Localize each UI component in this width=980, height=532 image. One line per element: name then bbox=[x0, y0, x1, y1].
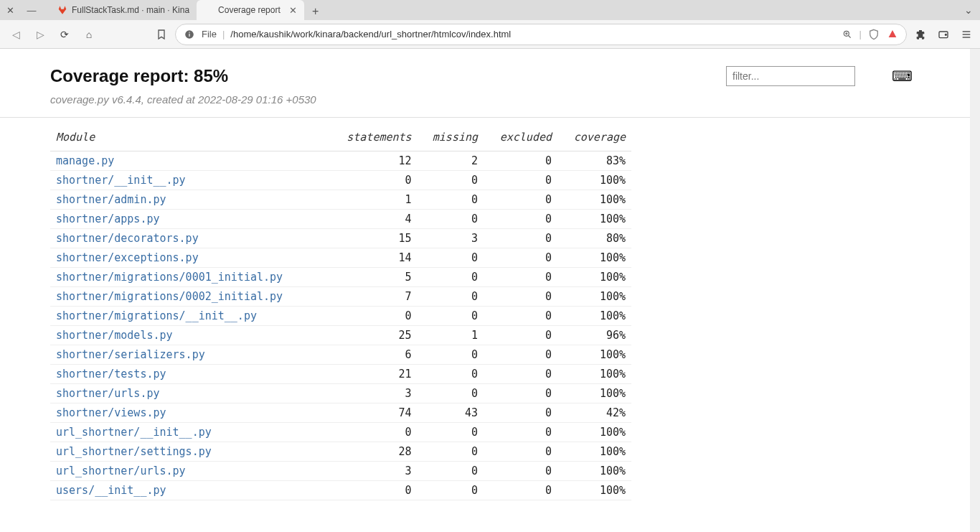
zoom-icon[interactable] bbox=[841, 28, 854, 41]
module-link[interactable]: shortner/tests.py bbox=[50, 365, 329, 384]
cell-excluded: 0 bbox=[484, 287, 557, 307]
cell-coverage: 100% bbox=[557, 307, 631, 326]
module-link[interactable]: url_shortner/urls.py bbox=[50, 462, 329, 481]
cell-missing: 0 bbox=[418, 248, 484, 268]
module-link[interactable]: url_shortner/settings.py bbox=[50, 442, 329, 462]
tab-list-chevron-icon[interactable]: ⌄ bbox=[964, 4, 973, 16]
cell-missing: 0 bbox=[418, 423, 484, 442]
table-row: users/__init__.py000100% bbox=[50, 481, 631, 500]
col-missing[interactable]: missing bbox=[418, 126, 484, 151]
svg-rect-10 bbox=[963, 34, 971, 34]
keyboard-shortcuts-icon[interactable]: ⌨ bbox=[892, 67, 913, 85]
cell-excluded: 0 bbox=[484, 365, 557, 384]
module-link[interactable]: shortner/migrations/0001_initial.py bbox=[50, 268, 329, 287]
col-coverage[interactable]: coverage bbox=[557, 126, 631, 151]
tab-close-icon[interactable]: ✕ bbox=[289, 5, 297, 16]
table-row: manage.py122083% bbox=[50, 151, 631, 171]
table-row: shortner/migrations/0001_initial.py50010… bbox=[50, 268, 631, 287]
cell-coverage: 100% bbox=[557, 462, 631, 481]
url-scheme-label: File bbox=[202, 29, 217, 39]
brave-rewards-icon[interactable] bbox=[886, 28, 899, 41]
cell-missing: 43 bbox=[418, 403, 484, 423]
cell-coverage: 42% bbox=[557, 403, 631, 423]
bookmark-icon[interactable] bbox=[155, 28, 168, 41]
cell-statements: 7 bbox=[329, 287, 418, 307]
url-separator: | bbox=[222, 29, 225, 39]
cell-missing: 0 bbox=[418, 210, 484, 229]
module-link[interactable]: shortner/migrations/0002_initial.py bbox=[50, 287, 329, 307]
cell-missing: 0 bbox=[418, 287, 484, 307]
reload-button[interactable]: ⟳ bbox=[56, 26, 73, 43]
cell-missing: 0 bbox=[418, 307, 484, 326]
cell-excluded: 0 bbox=[484, 151, 557, 171]
table-row: url_shortner/urls.py300100% bbox=[50, 462, 631, 481]
module-link[interactable]: shortner/migrations/__init__.py bbox=[50, 307, 329, 326]
wallet-icon[interactable] bbox=[937, 28, 950, 41]
cell-excluded: 0 bbox=[484, 268, 557, 287]
cell-missing: 3 bbox=[418, 229, 484, 248]
toolbar-right-icons bbox=[914, 28, 973, 41]
cell-excluded: 0 bbox=[484, 403, 557, 423]
tab-strip: FullStackTask.md · main · KinaCoverage r… bbox=[50, 0, 324, 20]
cell-missing: 0 bbox=[418, 481, 484, 500]
col-module[interactable]: Module bbox=[50, 126, 329, 151]
cell-missing: 0 bbox=[418, 384, 484, 403]
cell-coverage: 100% bbox=[557, 210, 631, 229]
window-close-button[interactable]: ✕ bbox=[4, 4, 16, 16]
cell-excluded: 0 bbox=[484, 384, 557, 403]
module-link[interactable]: users/__init__.py bbox=[50, 481, 329, 500]
cell-coverage: 100% bbox=[557, 384, 631, 403]
page-subtitle: coverage.py v6.4.4, created at 2022-08-2… bbox=[50, 93, 920, 106]
module-link[interactable]: shortner/admin.py bbox=[50, 190, 329, 210]
address-bar[interactable]: File | /home/kaushik/work/kinara/backend… bbox=[175, 24, 907, 45]
cell-excluded: 0 bbox=[484, 210, 557, 229]
module-link[interactable]: shortner/models.py bbox=[50, 326, 329, 345]
col-statements[interactable]: statements bbox=[329, 126, 418, 151]
module-link[interactable]: shortner/decorators.py bbox=[50, 229, 329, 248]
module-link[interactable]: shortner/apps.py bbox=[50, 210, 329, 229]
filter-input[interactable] bbox=[726, 66, 855, 86]
cell-coverage: 96% bbox=[557, 326, 631, 345]
brave-shields-icon[interactable] bbox=[867, 28, 880, 41]
cell-excluded: 0 bbox=[484, 190, 557, 210]
browser-tab[interactable]: Coverage report✕ bbox=[197, 0, 304, 20]
nav-back-button[interactable]: ◁ bbox=[7, 26, 24, 43]
table-row: shortner/exceptions.py1400100% bbox=[50, 248, 631, 268]
home-button[interactable]: ⌂ bbox=[80, 26, 98, 43]
cell-excluded: 0 bbox=[484, 423, 557, 442]
module-link[interactable]: shortner/exceptions.py bbox=[50, 248, 329, 268]
module-link[interactable]: shortner/views.py bbox=[50, 403, 329, 423]
new-tab-button[interactable]: + bbox=[307, 3, 324, 20]
cell-missing: 0 bbox=[418, 365, 484, 384]
coverage-table: Module statements missing excluded cover… bbox=[50, 126, 631, 500]
cell-excluded: 0 bbox=[484, 462, 557, 481]
app-menu-icon[interactable] bbox=[960, 28, 973, 41]
cell-missing: 0 bbox=[418, 345, 484, 365]
cell-statements: 5 bbox=[329, 268, 418, 287]
cell-missing: 2 bbox=[418, 151, 484, 171]
report-header: Coverage report: 85% coverage.py v6.4.4,… bbox=[0, 49, 970, 118]
window-minimize-button[interactable]: — bbox=[26, 4, 37, 16]
site-info-icon[interactable] bbox=[183, 28, 196, 41]
module-link[interactable]: url_shortner/__init__.py bbox=[50, 423, 329, 442]
nav-forward-button[interactable]: ▷ bbox=[32, 26, 49, 43]
table-row: shortner/apps.py400100% bbox=[50, 210, 631, 229]
cell-missing: 0 bbox=[418, 171, 484, 190]
browser-tab[interactable]: FullStackTask.md · main · Kina bbox=[50, 0, 197, 20]
cell-statements: 3 bbox=[329, 462, 418, 481]
cell-missing: 0 bbox=[418, 190, 484, 210]
extensions-icon[interactable] bbox=[914, 28, 927, 41]
module-link[interactable]: shortner/__init__.py bbox=[50, 171, 329, 190]
coverage-report-page: Coverage report: 85% coverage.py v6.4.4,… bbox=[0, 49, 970, 508]
module-link[interactable]: shortner/serializers.py bbox=[50, 345, 329, 365]
col-excluded[interactable]: excluded bbox=[484, 126, 557, 151]
cell-excluded: 0 bbox=[484, 345, 557, 365]
cell-missing: 0 bbox=[418, 442, 484, 462]
table-row: shortner/admin.py100100% bbox=[50, 190, 631, 210]
page-viewport[interactable]: Coverage report: 85% coverage.py v6.4.4,… bbox=[0, 49, 980, 532]
table-row: url_shortner/settings.py2800100% bbox=[50, 442, 631, 462]
module-link[interactable]: shortner/urls.py bbox=[50, 384, 329, 403]
module-link[interactable]: manage.py bbox=[50, 151, 329, 171]
cell-coverage: 100% bbox=[557, 190, 631, 210]
table-row: shortner/models.py251096% bbox=[50, 326, 631, 345]
